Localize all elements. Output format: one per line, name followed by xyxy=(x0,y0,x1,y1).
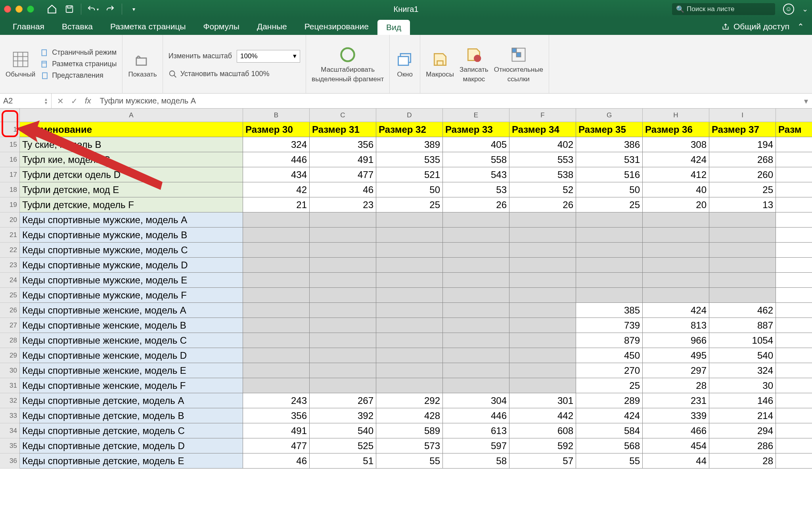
data-cell[interactable]: 231 xyxy=(643,393,709,408)
data-cell[interactable]: 25 xyxy=(576,378,643,393)
data-cell[interactable]: 214 xyxy=(709,408,776,423)
row-header[interactable]: 18 xyxy=(0,182,19,197)
data-cell[interactable]: 20 xyxy=(643,197,709,212)
data-cell[interactable] xyxy=(443,348,509,363)
data-cell[interactable]: 57 xyxy=(509,453,576,469)
minimize-window-button[interactable] xyxy=(15,6,23,13)
data-cell[interactable] xyxy=(776,197,812,212)
column-header[interactable]: A xyxy=(20,109,243,122)
data-cell[interactable]: 26 xyxy=(443,197,509,212)
data-cell[interactable]: 543 xyxy=(443,167,509,182)
data-cell[interactable] xyxy=(310,378,376,393)
select-all-corner[interactable] xyxy=(0,109,20,122)
data-cell[interactable] xyxy=(709,243,776,258)
data-cell[interactable]: 446 xyxy=(243,152,310,167)
data-cell[interactable] xyxy=(643,212,709,228)
name-cell[interactable]: Туфли детские, модель F xyxy=(20,197,243,212)
name-cell[interactable]: Ту ские, модель B xyxy=(20,137,243,152)
data-cell[interactable] xyxy=(243,258,310,273)
data-cell[interactable]: 292 xyxy=(376,393,443,408)
header-cell[interactable]: Размер 35 xyxy=(576,122,643,137)
data-cell[interactable]: 454 xyxy=(643,438,709,453)
name-box-stepper[interactable]: ▲▼ xyxy=(44,98,48,105)
name-cell[interactable]: Туфл кие, модель C xyxy=(20,152,243,167)
header-cell[interactable]: Разм xyxy=(776,122,812,137)
data-cell[interactable]: 52 xyxy=(509,182,576,197)
data-cell[interactable]: 28 xyxy=(643,378,709,393)
data-cell[interactable] xyxy=(376,363,443,378)
data-cell[interactable] xyxy=(376,303,443,318)
data-cell[interactable]: 553 xyxy=(509,152,576,167)
data-cell[interactable]: 304 xyxy=(443,393,509,408)
zoom-combo[interactable]: 100%▾ xyxy=(237,50,300,63)
data-cell[interactable]: 424 xyxy=(643,303,709,318)
data-cell[interactable] xyxy=(709,212,776,228)
data-cell[interactable] xyxy=(709,273,776,288)
data-cell[interactable]: 55 xyxy=(576,453,643,469)
name-cell[interactable]: Кеды спортивные женские, модель F xyxy=(20,378,243,393)
data-cell[interactable] xyxy=(310,303,376,318)
data-cell[interactable]: 424 xyxy=(576,408,643,423)
fx-icon[interactable]: fx xyxy=(85,96,91,105)
row-header[interactable]: 36 xyxy=(0,453,19,469)
column-header[interactable]: G xyxy=(576,109,643,122)
expand-formula-bar-icon[interactable]: ▾ xyxy=(800,96,812,106)
data-cell[interactable] xyxy=(776,333,812,348)
data-cell[interactable] xyxy=(709,228,776,243)
data-cell[interactable]: 286 xyxy=(709,438,776,453)
row-header[interactable]: 33 xyxy=(0,408,19,423)
data-cell[interactable] xyxy=(776,288,812,303)
data-cell[interactable]: 339 xyxy=(643,408,709,423)
data-cell[interactable]: 44 xyxy=(643,453,709,469)
data-cell[interactable]: 46 xyxy=(243,453,310,469)
data-cell[interactable] xyxy=(243,348,310,363)
tab-formulas[interactable]: Формулы xyxy=(195,18,248,35)
row-header[interactable]: 27 xyxy=(0,318,19,333)
data-cell[interactable] xyxy=(243,303,310,318)
data-cell[interactable]: 42 xyxy=(243,182,310,197)
name-cell[interactable]: Кеды спортивные детские, модель A xyxy=(20,393,243,408)
data-cell[interactable]: 495 xyxy=(643,348,709,363)
data-cell[interactable] xyxy=(776,423,812,438)
data-cell[interactable] xyxy=(376,288,443,303)
data-cell[interactable]: 308 xyxy=(643,137,709,152)
data-cell[interactable]: 58 xyxy=(443,453,509,469)
data-cell[interactable]: 966 xyxy=(643,333,709,348)
data-cell[interactable] xyxy=(776,348,812,363)
data-cell[interactable] xyxy=(776,393,812,408)
header-cell[interactable]: Размер 33 xyxy=(443,122,509,137)
data-cell[interactable] xyxy=(576,243,643,258)
data-cell[interactable] xyxy=(509,363,576,378)
name-cell[interactable]: Туфли детски одель D xyxy=(20,167,243,182)
data-cell[interactable] xyxy=(643,273,709,288)
header-cell[interactable]: Размер 31 xyxy=(310,122,376,137)
zoom-to-selection-button[interactable]: Масштабировать выделенный фрагмент xyxy=(312,45,384,83)
formula-input[interactable]: Туфли мужские, модель A xyxy=(97,96,800,105)
maximize-window-button[interactable] xyxy=(27,6,34,13)
data-cell[interactable] xyxy=(376,243,443,258)
data-cell[interactable] xyxy=(443,363,509,378)
column-header[interactable]: D xyxy=(376,109,443,122)
page-break-view-button[interactable]: Страничный режим xyxy=(41,48,117,57)
data-cell[interactable]: 405 xyxy=(443,137,509,152)
feedback-icon[interactable]: ☺ xyxy=(783,4,794,15)
data-cell[interactable]: 462 xyxy=(709,303,776,318)
data-cell[interactable] xyxy=(776,243,812,258)
data-cell[interactable] xyxy=(376,333,443,348)
row-header[interactable]: 19 xyxy=(0,197,19,212)
row-header[interactable]: 21 xyxy=(0,228,19,243)
data-cell[interactable] xyxy=(709,288,776,303)
name-cell[interactable]: Кеды спортивные женские, модель C xyxy=(20,333,243,348)
data-cell[interactable] xyxy=(509,288,576,303)
data-cell[interactable] xyxy=(310,318,376,333)
tab-insert[interactable]: Вставка xyxy=(53,18,102,35)
data-cell[interactable]: 584 xyxy=(576,423,643,438)
chevron-down-icon[interactable]: ⌄ xyxy=(802,5,808,13)
data-cell[interactable] xyxy=(509,318,576,333)
data-cell[interactable]: 813 xyxy=(643,318,709,333)
data-cell[interactable]: 392 xyxy=(310,408,376,423)
data-cell[interactable]: 540 xyxy=(310,423,376,438)
name-cell[interactable]: Кеды спортивные мужские, модель D xyxy=(20,258,243,273)
row-header[interactable]: 15 xyxy=(0,137,19,152)
data-cell[interactable]: 597 xyxy=(443,438,509,453)
